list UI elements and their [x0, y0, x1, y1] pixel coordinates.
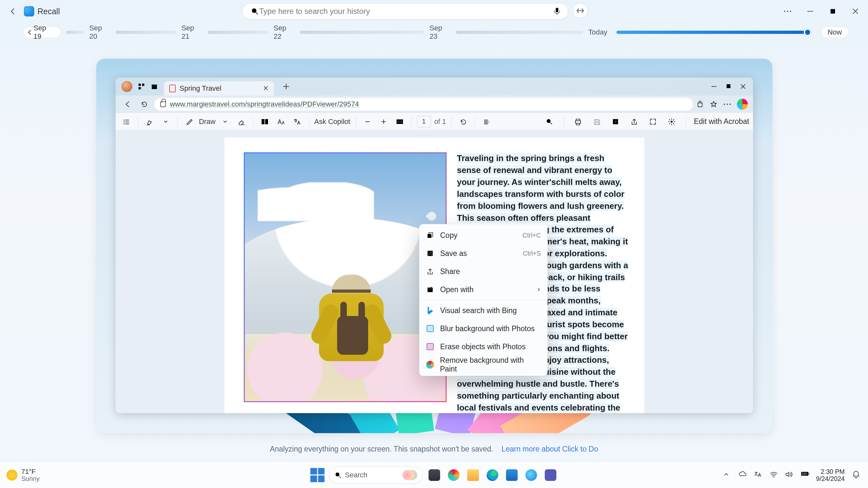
- chevron-right-icon: [536, 287, 541, 292]
- minimize-button[interactable]: [805, 6, 815, 16]
- edge-close-button[interactable]: [740, 84, 746, 89]
- tray-wifi-icon[interactable]: [770, 471, 778, 479]
- new-tab-button[interactable]: [280, 80, 292, 93]
- chevron-down-icon[interactable]: [159, 115, 172, 128]
- find-icon[interactable]: [543, 115, 556, 128]
- profile-avatar[interactable]: [121, 81, 132, 92]
- task-view-button[interactable]: [427, 467, 442, 483]
- timeline-segment[interactable]: [456, 31, 584, 34]
- timeline-now-button[interactable]: Now: [821, 27, 848, 38]
- address-bar[interactable]: www.margiestravel.com/springtravelideas/…: [154, 98, 693, 111]
- copilot-icon[interactable]: [737, 99, 748, 110]
- edge-app-button[interactable]: [485, 467, 500, 483]
- timeline-collapse-button[interactable]: [573, 3, 588, 18]
- ask-copilot-button[interactable]: Ask Copilot: [314, 118, 350, 126]
- svg-point-3: [787, 11, 788, 12]
- two-page-icon[interactable]: [258, 115, 271, 128]
- search-box[interactable]: [242, 3, 568, 20]
- favorite-icon[interactable]: [710, 100, 717, 108]
- edge-maximize-button[interactable]: [726, 84, 731, 89]
- notifications-button[interactable]: [852, 470, 862, 480]
- taskbar-clock[interactable]: 2:30 PM 9/24/2024: [816, 468, 845, 482]
- translate-icon[interactable]: [290, 115, 304, 128]
- edit-acrobat-button[interactable]: Edit with Acrobat: [694, 117, 749, 126]
- pdf-contents-icon[interactable]: [120, 115, 132, 128]
- chat-app-button[interactable]: [523, 467, 539, 483]
- timeline-active-segment[interactable]: [616, 31, 810, 34]
- draw-pen-icon[interactable]: [183, 115, 196, 128]
- mic-icon[interactable]: [553, 7, 562, 15]
- tray-onedrive-icon[interactable]: [739, 471, 747, 479]
- more-button[interactable]: [783, 6, 793, 16]
- timeline-segment[interactable]: [300, 31, 424, 34]
- chevron-down-icon[interactable]: [219, 115, 231, 128]
- draw-label[interactable]: Draw: [199, 118, 215, 126]
- timeline-segment[interactable]: [116, 31, 176, 34]
- timeline-start-pill[interactable]: Sep 19: [23, 27, 61, 38]
- nav-refresh-button[interactable]: [137, 97, 151, 111]
- highlight-icon[interactable]: [143, 115, 156, 128]
- store-app-button[interactable]: [504, 467, 520, 483]
- timeline-segment[interactable]: [208, 31, 268, 34]
- timeline-date: Sep 21: [182, 24, 203, 41]
- taskbar-search[interactable]: Search: [329, 467, 423, 484]
- tab-close-button[interactable]: ✕: [263, 84, 269, 93]
- maximize-button[interactable]: [828, 6, 838, 16]
- weather-cond: Sunny: [21, 475, 40, 482]
- erase-icon[interactable]: [235, 115, 248, 128]
- ctx-save-as[interactable]: Save as Ctrl+S: [420, 244, 547, 262]
- tray-chevron-up-icon[interactable]: [723, 471, 732, 479]
- timeline[interactable]: Sep 19 Sep 20 Sep 21 Sep 22 Sep 23 Today…: [0, 23, 868, 42]
- ctx-remove-background[interactable]: Remove background with Paint: [420, 356, 547, 374]
- zoom-out-button[interactable]: [361, 115, 374, 128]
- nav-back-button[interactable]: [121, 97, 134, 111]
- paint-icon: [426, 360, 434, 369]
- ctx-visual-search[interactable]: Visual search with Bing: [420, 301, 547, 320]
- explorer-app-button[interactable]: [465, 467, 481, 483]
- tray-volume-icon[interactable]: [785, 471, 794, 479]
- browser-tab[interactable]: Spring Travel ✕: [164, 82, 274, 96]
- workspaces-icon[interactable]: [135, 80, 148, 93]
- edge-more-button[interactable]: [723, 103, 731, 105]
- tray-battery-icon[interactable]: [801, 471, 809, 479]
- search-input[interactable]: [259, 6, 553, 16]
- timeline-scrubber[interactable]: [804, 29, 811, 36]
- ctx-erase-objects[interactable]: Erase objects with Photos: [420, 337, 547, 356]
- pdf-image-selection[interactable]: [244, 152, 446, 402]
- teams-app-button[interactable]: [543, 467, 558, 483]
- back-button[interactable]: [8, 6, 18, 17]
- svg-point-20: [671, 121, 673, 123]
- taskbar-weather[interactable]: 71°F Sunny: [6, 468, 40, 482]
- settings-icon[interactable]: [665, 115, 678, 128]
- start-button[interactable]: [310, 467, 325, 483]
- text-size-icon[interactable]: [275, 115, 287, 128]
- page-number-input[interactable]: 1: [417, 116, 431, 128]
- close-button[interactable]: [850, 6, 860, 16]
- ctx-copy[interactable]: Copy Ctrl+C: [420, 226, 547, 244]
- read-aloud-icon: [480, 115, 493, 128]
- shopping-icon[interactable]: [696, 100, 704, 108]
- share-icon[interactable]: [628, 115, 641, 128]
- fullscreen-icon[interactable]: [647, 115, 659, 128]
- search-icon: [251, 7, 259, 15]
- ctx-share[interactable]: Share: [420, 262, 547, 281]
- zoom-in-button[interactable]: [377, 115, 390, 128]
- fit-width-icon[interactable]: [393, 115, 406, 128]
- rotate-icon[interactable]: [457, 115, 469, 128]
- ctx-blur-background[interactable]: Blur background with Photos: [420, 320, 547, 337]
- sun-icon: [6, 469, 18, 481]
- svg-rect-23: [428, 288, 433, 292]
- timeline-segment[interactable]: [66, 31, 84, 34]
- svg-point-12: [726, 104, 728, 105]
- add-note-icon[interactable]: [609, 115, 622, 128]
- edge-minimize-button[interactable]: [711, 84, 717, 89]
- tab-actions-icon[interactable]: [148, 80, 161, 93]
- tray-language-icon[interactable]: [754, 471, 763, 479]
- ctx-open-with[interactable]: Open with: [420, 281, 547, 298]
- svg-rect-14: [261, 119, 265, 124]
- print-icon[interactable]: [571, 115, 585, 128]
- copilot-app-button[interactable]: [446, 467, 461, 483]
- svg-rect-5: [831, 9, 835, 13]
- svg-point-18: [547, 119, 551, 123]
- learn-more-link[interactable]: Learn more about Click to Do: [501, 445, 598, 453]
